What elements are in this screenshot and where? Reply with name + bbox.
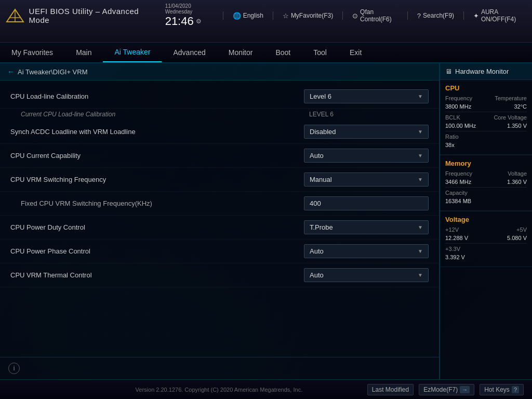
setting-label-synch-acdc: Synch ACDC Loadline with VRM Loadline <box>10 128 136 136</box>
chevron-down-icon-3: ▼ <box>418 153 423 158</box>
hw-row-mem-freq-volt-values: 3466 MHz 1.360 V <box>445 179 527 185</box>
setting-label-fixed-cpu-vrm: Fixed CPU VRM Switching Frequency(KHz) <box>10 200 152 207</box>
hw-divider-2 <box>445 131 527 131</box>
nav-my-favorites[interactable]: My Favorites <box>0 43 64 62</box>
ez-mode-label: EzMode(F7) <box>423 386 458 393</box>
sub-info-row-cpu-load-line: Current CPU Load-line Calibration LEVEL … <box>0 109 439 120</box>
hw-section-cpu: CPU Frequency Temperature 3800 MHz 32°C … <box>440 80 532 155</box>
nav-monitor[interactable]: Monitor <box>217 43 264 62</box>
aura-tool[interactable]: ✦ AURA ON/OFF(F4) <box>471 7 527 24</box>
setting-row-cpu-load-line-cal: CPU Load-line Calibration Level 6 ▼ <box>0 85 439 109</box>
dropdown-cpu-vrm-switching-freq[interactable]: Manual ▼ <box>304 172 429 187</box>
nav-ai-tweaker[interactable]: Ai Tweaker <box>103 43 162 62</box>
footer-version: Version 2.20.1276. Copyright (C) 2020 Am… <box>71 387 367 393</box>
hot-keys-button[interactable]: Hot Keys ? <box>480 384 524 395</box>
nav-exit[interactable]: Exit <box>338 43 373 62</box>
monitor-icon: 🖥 <box>445 68 452 75</box>
setting-row-cpu-current-cap: CPU Current Capability Auto ▼ <box>0 144 439 168</box>
chevron-down-icon-6: ▼ <box>418 248 423 254</box>
divider-4 <box>407 11 408 20</box>
hw-label-temp: Temperature <box>495 95 527 101</box>
hw-row-bclk-corevolt: BCLK Core Voltage <box>445 114 527 121</box>
ez-mode-button[interactable]: EzMode(F7) → <box>419 384 474 395</box>
dropdown-value-synch-acdc: Disabled <box>310 128 336 136</box>
chevron-down-icon-4: ▼ <box>418 177 423 182</box>
hw-label-core-voltage: Core Voltage <box>494 114 527 121</box>
dropdown-cpu-power-duty[interactable]: T.Probe ▼ <box>304 220 429 234</box>
divider-3 <box>342 11 343 20</box>
search-tool[interactable]: ? Search(F9) <box>415 11 456 21</box>
time-display: 21:46 <box>165 15 194 28</box>
time-settings-icon[interactable]: ⚙ <box>196 18 202 25</box>
hw-value-temp: 32°C <box>514 103 527 110</box>
qfan-label: Qfan Control(F6) <box>360 8 398 23</box>
sub-info-label: Current CPU Load-line Calibration <box>21 111 115 118</box>
text-value-fixed-cpu-vrm: 400 <box>310 200 321 207</box>
back-button[interactable]: ← <box>7 68 15 76</box>
hw-row-12v-5v: +12V +5V <box>445 227 527 233</box>
dropdown-value-cpu-power-duty: T.Probe <box>310 223 333 231</box>
search-label: Search(F9) <box>423 12 454 19</box>
settings-list: CPU Load-line Calibration Level 6 ▼ Curr… <box>0 81 439 357</box>
left-panel: ← Ai Tweaker\DIGI+ VRM CPU Load-line Cal… <box>0 63 440 379</box>
divider-5 <box>463 11 464 20</box>
favorite-icon: ☆ <box>283 12 289 20</box>
hw-label-12v: +12V <box>445 227 459 233</box>
dropdown-cpu-current-cap[interactable]: Auto ▼ <box>304 149 429 163</box>
search-icon: ? <box>417 12 421 20</box>
language-label: English <box>243 12 263 19</box>
aura-label: AURA ON/OFF(F4) <box>481 8 525 23</box>
divider-2 <box>273 11 273 20</box>
hw-label-mem-freq: Frequency <box>445 170 472 177</box>
chevron-down-icon-7: ▼ <box>418 272 423 278</box>
last-modified-label: Last Modified <box>372 386 409 393</box>
hw-label-5v: +5V <box>516 227 527 233</box>
dropdown-cpu-load-line-cal[interactable]: Level 6 ▼ <box>304 89 429 103</box>
logo-area: UEFI BIOS Utility – Advanced Mode <box>5 7 154 24</box>
divider-1 <box>223 11 223 20</box>
input-fixed-cpu-vrm[interactable]: 400 <box>304 196 429 210</box>
hot-keys-label: Hot Keys <box>484 386 510 393</box>
dropdown-value-cpu-load-line-cal: Level 6 <box>310 92 331 100</box>
date-display: 11/04/2020 Wednesday <box>165 3 217 15</box>
qfan-tool[interactable]: ⊙ Qfan Control(F6) <box>350 7 400 24</box>
dropdown-value-cpu-power-phase: Auto <box>310 247 324 255</box>
info-icon-button[interactable]: i <box>8 363 20 374</box>
setting-label-cpu-load-line-cal: CPU Load-line Calibration <box>10 92 88 100</box>
nav-boot[interactable]: Boot <box>264 43 302 62</box>
hw-label-mem-cap: Capacity <box>445 190 468 196</box>
hw-row-ratio-value: 38x <box>445 142 527 148</box>
hw-section-voltage: Voltage +12V +5V 12.288 V 5.080 V +3.3V … <box>440 211 532 267</box>
nav-main[interactable]: Main <box>64 43 103 62</box>
hw-label-mem-volt: Voltage <box>508 170 527 177</box>
header-tools: 🌐 English ☆ MyFavorite(F3) ⊙ Qfan Contro… <box>223 7 527 24</box>
dropdown-value-cpu-vrm-thermal: Auto <box>310 271 324 279</box>
last-modified-button[interactable]: Last Modified <box>367 384 414 395</box>
dropdown-cpu-power-phase[interactable]: Auto ▼ <box>304 244 429 258</box>
hw-value-mem-cap: 16384 MB <box>445 198 471 204</box>
dropdown-synch-acdc[interactable]: Disabled ▼ <box>304 125 429 139</box>
hw-section-memory: Memory Frequency Voltage 3466 MHz 1.360 … <box>440 155 532 211</box>
nav-bar: My Favorites Main Ai Tweaker Advanced Mo… <box>0 43 532 63</box>
dropdown-cpu-vrm-thermal[interactable]: Auto ▼ <box>304 268 429 282</box>
aura-icon: ✦ <box>473 12 479 20</box>
hw-value-core-voltage: 1.350 V <box>507 123 527 129</box>
nav-tool[interactable]: Tool <box>302 43 338 62</box>
hw-row-mem-cap-value: 16384 MB <box>445 198 527 204</box>
footer-actions: Last Modified EzMode(F7) → Hot Keys ? <box>367 384 524 395</box>
hw-row-3v3: +3.3V <box>445 246 527 252</box>
nav-advanced[interactable]: Advanced <box>162 43 217 62</box>
app-title: UEFI BIOS Utility – Advanced Mode <box>29 7 154 24</box>
hw-row-12v-5v-values: 12.288 V 5.080 V <box>445 235 527 241</box>
hw-value-12v: 12.288 V <box>445 235 468 241</box>
myfavorite-label: MyFavorite(F3) <box>291 12 333 19</box>
hw-cpu-title: CPU <box>445 84 527 92</box>
setting-label-cpu-vrm-switching-freq: CPU VRM Switching Frequency <box>10 176 106 183</box>
breadcrumb: ← Ai Tweaker\DIGI+ VRM <box>0 63 439 81</box>
setting-row-synch-acdc: Synch ACDC Loadline with VRM Loadline Di… <box>0 120 439 144</box>
hw-monitor-header: 🖥 Hardware Monitor <box>440 63 532 80</box>
hw-divider-1 <box>445 112 527 112</box>
footer: Version 2.20.1276. Copyright (C) 2020 Am… <box>0 379 532 399</box>
myfavorite-tool[interactable]: ☆ MyFavorite(F3) <box>281 11 335 21</box>
language-tool[interactable]: 🌐 English <box>231 11 265 21</box>
